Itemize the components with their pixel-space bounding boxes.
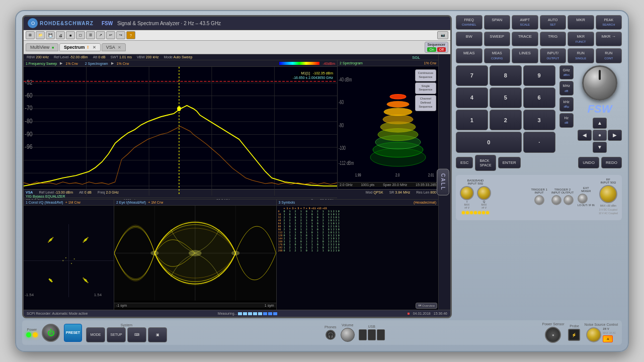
tab-vsa[interactable]: VSA ✕ [102, 43, 126, 51]
khz-dbu-btn[interactable]: kHzdBμ [559, 97, 574, 112]
freq-channel-btn[interactable]: FREQCHANNEL [456, 15, 482, 30]
key-4[interactable]: 4 [456, 87, 488, 108]
brand-name: ROHDE&SCHWARZ [40, 21, 94, 26]
svg-text:-70: -70 [25, 104, 33, 111]
overview-btn[interactable]: 🗺 Overview [416, 303, 437, 309]
tb7[interactable]: ☰ [86, 31, 95, 39]
arrow-left-btn[interactable]: ◀ [578, 130, 592, 141]
trig-btn[interactable]: TRIG [540, 32, 567, 46]
single-sequence-btn[interactable]: SingleSequence [415, 82, 436, 95]
spectrum-area: 1 Frequency Sweep ▶ 1% Crw 2 Spectrogram… [24, 60, 438, 190]
save-btn[interactable]: 💾 [46, 31, 55, 39]
lines-btn[interactable]: LINES [512, 48, 538, 63]
key-1[interactable]: 1 [456, 110, 488, 130]
volume-label: Volume [342, 323, 353, 327]
esc-btn[interactable]: ESC [456, 157, 473, 168]
front-panel-bottom: Power ⏻ PRESET System MODE SETUP ⌨ ▣ Pho… [22, 320, 622, 345]
tb5[interactable]: ■ [66, 31, 75, 39]
svg-text:-100: -100 [339, 145, 346, 151]
mkr-btn[interactable]: MKR [568, 15, 594, 30]
hz-db-btn[interactable]: HzdB [559, 113, 574, 128]
tb8[interactable]: ↗ [96, 31, 105, 39]
undo-btn[interactable]: UNDO [578, 157, 599, 168]
svg-text:-96: -96 [25, 143, 33, 150]
trigger2-label: TRIGGER 2INPUT OUTPUT [551, 188, 574, 194]
color-bar [279, 62, 319, 65]
key-7[interactable]: 7 [456, 65, 488, 86]
arrow-down-btn[interactable]: ▼ [593, 142, 607, 153]
info-bar: RBW 200 kHz Ref Level -52.00 dBm Att 0 d… [24, 54, 438, 60]
sweep-btn[interactable]: SWEEP [484, 32, 511, 46]
tab-close-spectrum[interactable]: ✕ [93, 45, 96, 50]
volume-knob[interactable] [341, 328, 355, 342]
panel3-title: 3 Symbols [279, 201, 295, 204]
constellation-svg: -1.54 1.54 [24, 206, 114, 316]
sequencer-on-btn[interactable]: On [427, 47, 436, 52]
print-btn[interactable]: 🖨 [56, 31, 65, 39]
svg-point-72 [150, 251, 158, 255]
mkr-right-btn[interactable]: MKR → [596, 32, 622, 46]
input-output-btn[interactable]: INPUT/OUTPUT [540, 48, 567, 63]
logo-icon: ⬡ [28, 18, 38, 28]
arrow-up-btn[interactable]: ▲ [593, 118, 607, 129]
tb11[interactable]: ? [126, 31, 135, 39]
tb6[interactable]: ◻ [76, 31, 85, 39]
tab-close-vsa[interactable]: ✕ [118, 45, 121, 50]
call-button[interactable]: CALL [437, 169, 449, 196]
key-0[interactable]: 0 [456, 132, 522, 152]
key-8[interactable]: 8 [490, 65, 522, 86]
tb9[interactable]: ↩ [106, 31, 115, 39]
meas-config-btn[interactable]: MEASCONFIG [484, 48, 511, 63]
trigger2-group: TRIGGER 2INPUT OUTPUT [551, 188, 574, 205]
sequencer-off-btn[interactable]: Off [437, 47, 446, 52]
key-3[interactable]: 3 [523, 110, 555, 130]
mode-btn[interactable]: MODE [86, 327, 105, 342]
open-btn[interactable]: 📁 [36, 31, 45, 39]
mkr-funct-btn[interactable]: MKRFUNCT [568, 32, 594, 46]
usb-label: USB [368, 325, 375, 328]
redo-btn[interactable]: REDO [601, 157, 622, 168]
enter-btn[interactable]: ENTER [498, 157, 521, 168]
arrow-right-btn[interactable]: ▶ [608, 130, 622, 141]
bw-btn[interactable]: BW [456, 32, 482, 46]
trigger1-port [534, 195, 544, 205]
meas-btn[interactable]: MEAS [456, 48, 482, 63]
channel-sequence-btn[interactable]: ChannelDefinedSequence [415, 95, 436, 111]
tb10[interactable]: ↪ [116, 31, 125, 39]
ampt-scale-btn[interactable]: AMPTSCALE [512, 15, 538, 30]
key-9[interactable]: 9 [523, 65, 555, 86]
svg-text:1.99: 1.99 [355, 172, 361, 177]
setup-btn[interactable]: SETUP [107, 327, 126, 342]
arrow-center-btn[interactable]: ● [593, 130, 607, 141]
camera-btn[interactable]: 📷 [437, 31, 448, 39]
key-6[interactable]: 6 [523, 87, 555, 108]
backspace-btn[interactable]: BACKSPACE [475, 155, 496, 171]
span-btn[interactable]: SPAN [484, 15, 511, 30]
symbols-panel: 3 Symbols (Hexadecimal) + 1+ 3+ 5+ 7+ 9+… [277, 200, 439, 310]
key-dot[interactable]: · [523, 132, 555, 152]
key-5[interactable]: 5 [490, 87, 522, 108]
tab-spectrum[interactable]: Spectrum ! ✕ [59, 43, 101, 51]
svg-point-61 [51, 281, 52, 282]
peak-search-btn[interactable]: PEAKSEARCH [596, 15, 622, 30]
unit-keys: GHzdBm MHzdB kHzdBμ HzdB [559, 65, 574, 153]
constellation-panel: 1 Const I/Q (Meas&Ref) + 1M Crw [24, 200, 114, 310]
keyboard-btn[interactable]: ⌨ [127, 327, 146, 342]
measuring-indicator: Measuring... [218, 312, 278, 315]
display-btn[interactable]: ▣ [148, 327, 167, 342]
screen-container: ⬡ ROHDE&SCHWARZ FSW Signal & Spectrum An… [22, 15, 452, 318]
auto-set-btn[interactable]: AUTOSET [540, 15, 567, 30]
tab-multiview[interactable]: MultiView ■ [26, 43, 58, 51]
run-single-btn[interactable]: RUNSINGLE [568, 48, 594, 63]
key-2[interactable]: 2 [490, 110, 522, 130]
windows-btn[interactable]: ⊞ [26, 31, 35, 39]
mhz-db-btn[interactable]: MHzdB [559, 81, 574, 96]
main-knob[interactable] [582, 65, 617, 101]
noise-port [586, 327, 601, 342]
ghz-dbm-btn[interactable]: GHzdBm [559, 65, 574, 80]
trace-btn[interactable]: TRACE [512, 32, 538, 46]
power-button[interactable]: ⏻ [42, 324, 60, 342]
run-cont-btn[interactable]: RUNCONT [596, 48, 622, 63]
preset-button[interactable]: PRESET [64, 324, 82, 342]
continuous-sequence-btn[interactable]: ContinuousSequence [415, 69, 436, 81]
